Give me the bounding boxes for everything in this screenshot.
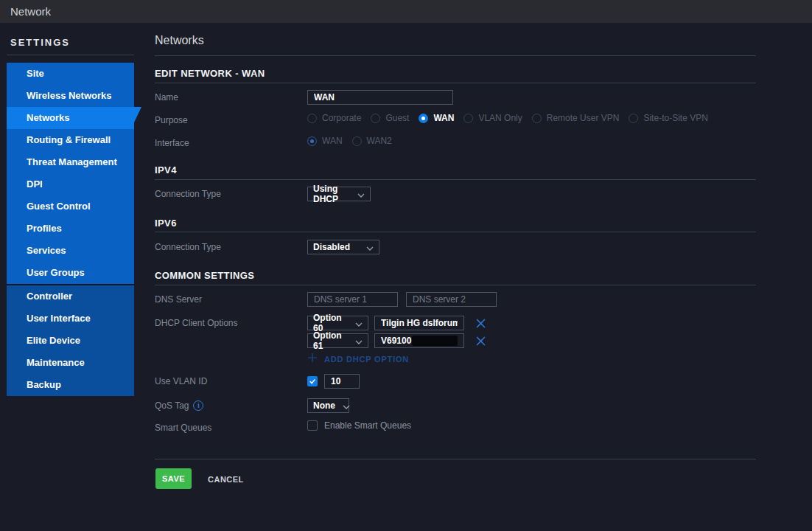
sidebar-item-wireless-networks[interactable]: Wireless Networks — [7, 85, 134, 107]
purpose-radio-corporate[interactable]: Corporate — [307, 113, 361, 123]
sidebar-item-maintenance[interactable]: Maintenance — [7, 352, 134, 374]
sidebar-item-label: Backup — [27, 379, 61, 390]
dhcp-option-2-dropdown[interactable]: Option 61 — [307, 333, 368, 348]
chevron-down-icon — [355, 334, 363, 347]
actions-row: SAVE CANCEL — [155, 468, 756, 489]
close-icon[interactable] — [476, 336, 486, 346]
sidebar-item-dpi[interactable]: DPI — [7, 173, 134, 195]
purpose-radio-guest[interactable]: Guest — [371, 113, 409, 123]
page-title: Networks — [155, 34, 204, 47]
radio-label: WAN — [433, 113, 454, 123]
dhcp-client-options-label: DHCP Client Options — [155, 316, 238, 330]
sidebar-item-threat-management[interactable]: Threat Management — [7, 151, 134, 173]
ipv6-connection-label: Connection Type — [155, 240, 221, 254]
purpose-radio-wan[interactable]: WAN — [419, 113, 454, 123]
divider — [155, 459, 756, 459]
dhcp-option-2-value-input[interactable]: V69100 — [374, 333, 464, 348]
add-dhcp-option-button[interactable]: ADD DHCP OPTION — [307, 353, 409, 366]
plus-icon — [307, 353, 318, 366]
dhcp-option-1-dropdown[interactable]: Option 60 — [307, 316, 368, 330]
redacted-text — [412, 336, 458, 346]
ipv4-connection-row: Connection Type Using DHCP — [155, 187, 756, 201]
interface-radio-wan2[interactable]: WAN2 — [352, 136, 392, 146]
purpose-radio-site-to-site-vpn[interactable]: Site-to-Site VPN — [629, 113, 707, 123]
sidebar-item-label: Networks — [27, 112, 70, 123]
sidebar-item-user-interface[interactable]: User Interface — [7, 308, 134, 330]
sidebar-item-label: Elite Device — [27, 335, 80, 346]
ipv4-connection-dropdown[interactable]: Using DHCP — [307, 187, 371, 201]
close-icon[interactable] — [476, 319, 486, 328]
sidebar-item-label: Controller — [27, 291, 72, 302]
sidebar-group-system: Controller User Interface Elite Device M… — [7, 285, 134, 396]
ipv6-connection-dropdown[interactable]: Disabled — [307, 240, 379, 254]
cancel-button[interactable]: CANCEL — [203, 468, 248, 489]
check-icon — [309, 378, 316, 385]
sidebar-item-label: User Interface — [27, 313, 91, 324]
dropdown-value: None — [313, 400, 335, 411]
sidebar-item-elite-device[interactable]: Elite Device — [7, 330, 134, 352]
sidebar-item-label: Services — [27, 245, 66, 256]
divider — [155, 55, 756, 56]
main-content: Networks EDIT NETWORK - WAN Name Purpose… — [155, 0, 756, 531]
radio-label: Remote User VPN — [547, 113, 620, 123]
sidebar-item-label: Profiles — [27, 223, 62, 234]
sidebar-item-guest-control[interactable]: Guest Control — [7, 195, 134, 218]
section-heading-edit-network: EDIT NETWORK - WAN — [155, 68, 265, 79]
save-button[interactable]: SAVE — [155, 468, 192, 489]
sidebar-item-site[interactable]: Site — [7, 63, 134, 85]
active-item-arrow — [134, 107, 141, 122]
name-row: Name — [155, 90, 756, 105]
sidebar-item-label: Maintenance — [27, 357, 85, 368]
purpose-radio-remote-user-vpn[interactable]: Remote User VPN — [532, 113, 620, 123]
dropdown-value: Disabled — [313, 242, 350, 252]
radio-label: VLAN Only — [478, 113, 522, 123]
chevron-down-icon — [343, 399, 350, 412]
vlan-checkbox[interactable] — [307, 376, 318, 386]
enable-smart-queues-label: Enable Smart Queues — [324, 420, 411, 431]
sidebar-item-backup[interactable]: Backup — [7, 374, 134, 396]
radio-label: WAN — [322, 136, 343, 146]
purpose-radio-vlan-only[interactable]: VLAN Only — [463, 113, 522, 123]
interface-row: Interface WAN WAN2 — [155, 136, 756, 150]
vlan-id-input[interactable] — [324, 374, 360, 389]
qos-tag-dropdown[interactable]: None — [307, 398, 349, 413]
divider — [155, 83, 756, 83]
dns-server-label: DNS Server — [155, 292, 202, 307]
purpose-label: Purpose — [155, 113, 188, 128]
use-vlan-id-label: Use VLAN ID — [155, 374, 207, 389]
interface-radio-wan[interactable]: WAN — [307, 136, 343, 146]
divider — [155, 232, 756, 232]
dropdown-value: Option 61 — [313, 330, 348, 351]
sidebar-item-routing-firewall[interactable]: Routing & Firewall — [7, 129, 134, 151]
app-title: Network — [10, 0, 51, 23]
interface-label: Interface — [155, 136, 189, 150]
sidebar-heading: SETTINGS — [10, 37, 70, 48]
dropdown-value: Using DHCP — [313, 184, 350, 204]
divider — [155, 285, 756, 285]
radio-label: WAN2 — [367, 136, 392, 146]
dns-server-2-input[interactable] — [406, 292, 497, 307]
sidebar-item-services[interactable]: Services — [7, 240, 134, 262]
sidebar-item-profiles[interactable]: Profiles — [7, 218, 134, 240]
smart-queues-row: Smart Queues Enable Smart Queues — [155, 420, 756, 435]
info-icon[interactable]: i — [193, 400, 203, 411]
radio-label: Site-to-Site VPN — [643, 113, 707, 123]
qos-row: QoS Tag i None — [155, 398, 756, 413]
name-input[interactable] — [307, 90, 453, 105]
smart-queues-checkbox[interactable] — [307, 420, 318, 431]
purpose-row: Purpose Corporate Guest WAN VLAN Only Re… — [155, 113, 756, 128]
sidebar-item-networks[interactable]: Networks — [7, 107, 134, 129]
dhcp-option-1-value-input[interactable] — [374, 316, 464, 330]
radio-icon — [463, 114, 473, 123]
qos-tag-label: QoS Tag — [155, 398, 189, 413]
chevron-down-icon — [366, 240, 374, 254]
sidebar-item-label: Threat Management — [27, 156, 117, 167]
sidebar-group-settings: Site Wireless Networks Networks Routing … — [7, 63, 134, 284]
dns-server-row: DNS Server — [155, 292, 756, 307]
sidebar-item-controller[interactable]: Controller — [7, 285, 134, 308]
dns-server-1-input[interactable] — [307, 292, 398, 307]
radio-icon-selected — [307, 136, 317, 146]
dhcp-option-2-value-text: V69100 — [381, 336, 411, 346]
sidebar-item-user-groups[interactable]: User Groups — [7, 262, 134, 284]
radio-icon-selected — [419, 114, 428, 123]
